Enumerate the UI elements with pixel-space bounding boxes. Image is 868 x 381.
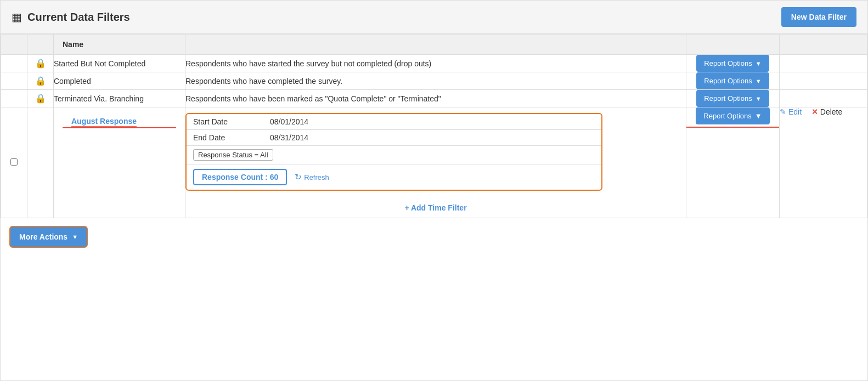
end-date-value: 08/31/2014 (270, 133, 308, 142)
end-date-row: End Date 08/31/2014 (187, 130, 601, 146)
refresh-icon: ↻ (295, 172, 302, 182)
dropdown-arrow-icon: ▼ (756, 95, 762, 102)
report-options-label: Report Options (704, 94, 752, 103)
refresh-button[interactable]: ↻ Refresh (295, 172, 329, 182)
new-data-filter-button[interactable]: New Data Filter (781, 7, 856, 27)
august-report-options-label: Report Options (703, 112, 751, 120)
check-cell (1, 107, 27, 218)
lock-cell: 🔒 (27, 55, 54, 72)
filter-detail-inner: Start Date 08/01/2014 End Date 08/31/201… (187, 114, 601, 190)
description-cell: Respondents who have been marked as "Quo… (185, 90, 686, 107)
august-checkbox[interactable] (10, 158, 18, 166)
lock-cell-empty (27, 107, 54, 218)
table-row: 🔒 Started But Not Completed Respondents … (1, 55, 867, 72)
filter-name: Terminated Via. Branching (54, 94, 144, 103)
col-header-description (185, 35, 686, 55)
start-date-row: Start Date 08/01/2014 (187, 114, 601, 130)
actions-cell: Report Options ▼ (686, 55, 780, 72)
add-time-filter-button[interactable]: + Add Time Filter (404, 203, 466, 212)
description-cell: Respondents who have completed the surve… (185, 72, 686, 90)
col-header-actions (686, 35, 780, 55)
edit-pencil-icon: ✎ (780, 107, 786, 116)
edit-delete-cell (780, 55, 867, 72)
report-options-underline (686, 127, 779, 128)
filter-description: Respondents who have completed the surve… (185, 77, 342, 86)
page-title: Current Data Filters (27, 11, 130, 24)
check-cell (1, 90, 27, 107)
col-header-name: Name (54, 35, 185, 55)
name-cell: Completed (54, 72, 185, 90)
report-options-label: Report Options (704, 77, 752, 85)
header-left: ▦ Current Data Filters (12, 10, 130, 24)
col-header-edit-delete (780, 35, 867, 55)
lock-cell: 🔒 (27, 72, 54, 90)
edit-label: Edit (788, 107, 802, 116)
actions-cell: Report Options ▼ (686, 72, 780, 90)
filter-name: Completed (54, 77, 91, 86)
report-options-label: Report Options (704, 59, 752, 67)
response-status-badge: Response Status = All (193, 149, 273, 161)
august-response-row: August Response Start Date 08/01/2014 (1, 107, 867, 218)
end-date-label: End Date (193, 133, 270, 142)
check-cell (1, 55, 27, 72)
more-actions-button[interactable]: More Actions ▼ (9, 226, 88, 248)
name-cell: Terminated Via. Branching (54, 90, 185, 107)
august-report-options-button[interactable]: Report Options ▼ (696, 107, 769, 124)
delete-x-icon: ✕ (811, 107, 818, 116)
edit-link[interactable]: ✎ Edit (780, 107, 804, 116)
response-count-badge: Response Count : 60 (193, 169, 287, 185)
filter-description: Respondents who have been marked as "Quo… (185, 94, 441, 103)
lock-icon: 🔒 (35, 59, 46, 68)
chart-icon: ▦ (12, 10, 22, 24)
name-cell: Started But Not Completed (54, 55, 185, 72)
dropdown-arrow-icon: ▼ (756, 78, 762, 84)
page-header: ▦ Current Data Filters New Data Filter (1, 1, 867, 34)
delete-link[interactable]: ✕ Delete (811, 107, 842, 116)
report-options-button[interactable]: Report Options ▼ (696, 55, 769, 72)
report-options-button[interactable]: Report Options ▼ (696, 72, 769, 89)
august-response-link[interactable]: August Response (63, 107, 145, 135)
filter-name: Started But Not Completed (54, 59, 145, 68)
lock-cell: 🔒 (27, 90, 54, 107)
response-count-row: Response Count : 60 ↻ Refresh (187, 164, 601, 190)
start-date-label: Start Date (193, 117, 270, 126)
footer: More Actions ▼ (1, 218, 867, 255)
dropdown-arrow-icon: ▼ (756, 60, 762, 67)
more-actions-dropdown-arrow-icon: ▼ (72, 234, 78, 240)
col-header-lock (27, 35, 54, 55)
col-header-check (1, 35, 27, 55)
table-row: 🔒 Completed Respondents who have complet… (1, 72, 867, 90)
filter-detail-box: Start Date 08/01/2014 End Date 08/31/201… (185, 113, 602, 191)
edit-delete-cell (780, 72, 867, 90)
description-cell: Respondents who have started the survey … (185, 55, 686, 72)
edit-delete-cell (780, 90, 867, 107)
refresh-label: Refresh (304, 173, 329, 181)
filter-description: Respondents who have started the survey … (185, 59, 431, 68)
august-edit-delete-cell: ✎ Edit ✕ Delete (780, 107, 867, 218)
response-status-row: Response Status = All (187, 146, 601, 164)
report-options-button[interactable]: Report Options ▼ (696, 90, 769, 107)
lock-icon: 🔒 (35, 94, 46, 103)
check-cell (1, 72, 27, 90)
data-filters-table: Name 🔒 Started But Not Completed Respond… (1, 34, 867, 218)
august-actions-cell: Report Options ▼ (686, 107, 780, 218)
august-detail-cell: Start Date 08/01/2014 End Date 08/31/201… (185, 107, 686, 218)
start-date-value: 08/01/2014 (270, 117, 308, 126)
table-row: 🔒 Terminated Via. Branching Respondents … (1, 90, 867, 107)
lock-icon: 🔒 (35, 76, 46, 86)
actions-cell: Report Options ▼ (686, 90, 780, 107)
more-actions-label: More Actions (19, 232, 67, 241)
add-time-filter-row: + Add Time Filter (185, 198, 686, 218)
delete-label: Delete (820, 107, 842, 116)
dropdown-arrow-icon: ▼ (755, 112, 762, 120)
august-name-cell: August Response (54, 107, 185, 218)
